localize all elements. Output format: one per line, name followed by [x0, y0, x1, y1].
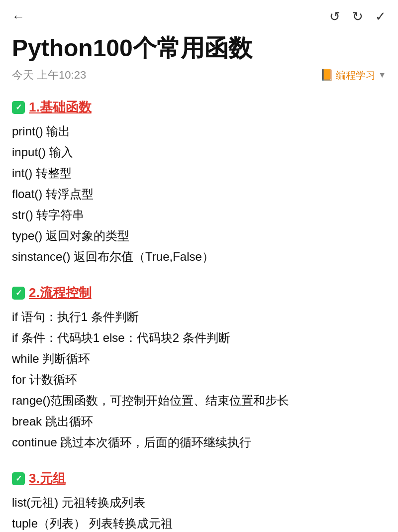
section-1-checkbox [12, 101, 25, 114]
redo-button[interactable]: ↻ [352, 9, 363, 24]
section-1-title: 1.基础函数 [29, 99, 92, 116]
section-2-checkbox [12, 287, 25, 300]
top-bar-left: ← [12, 9, 25, 24]
list-item: input() 输入 [12, 142, 386, 163]
tag-dropdown-icon: ▼ [378, 71, 386, 80]
list-item: sinstance() 返回布尔值（True,False） [12, 246, 386, 267]
list-item: range()范围函数，可控制开始位置、结束位置和步长 [12, 390, 386, 411]
list-item: tuple（列表） 列表转换成元祖 [12, 513, 386, 532]
list-item: print() 输出 [12, 121, 386, 142]
tag-book-icon: 📙 [320, 69, 333, 82]
section-3-heading: 3.元组 [12, 470, 386, 487]
title-area: Python100个常用函数 [0, 29, 398, 64]
meta-row: 今天 上午10:23 📙 编程学习 ▼ [0, 64, 398, 91]
section-2-heading: 2.流程控制 [12, 284, 386, 302]
section-2-title: 2.流程控制 [29, 284, 92, 302]
section-3-content: list(元祖) 元祖转换成列表 tuple（列表） 列表转换成元祖 [12, 492, 386, 532]
list-item: str() 转字符串 [12, 205, 386, 225]
list-item: float() 转浮点型 [12, 184, 386, 205]
back-button[interactable]: ← [12, 9, 25, 24]
list-item: break 跳出循环 [12, 411, 386, 432]
tag-label: 编程学习 [336, 69, 376, 82]
list-item: int() 转整型 [12, 163, 386, 184]
list-item: list(元祖) 元祖转换成列表 [12, 492, 386, 513]
list-item: while 判断循环 [12, 348, 386, 369]
page-title: Python100个常用函数 [12, 34, 386, 62]
undo-button[interactable]: ↺ [329, 9, 340, 24]
list-item: for 计数循环 [12, 369, 386, 390]
section-3-title: 3.元组 [29, 470, 66, 487]
top-bar-right: ↺ ↻ ✓ [329, 9, 386, 24]
list-item: if 条件：代码块1 else：代码块2 条件判断 [12, 327, 386, 348]
section-1-content: print() 输出 input() 输入 int() 转整型 float() … [12, 121, 386, 267]
list-item: if 语句：执行1 条件判断 [12, 307, 386, 327]
top-bar: ← ↺ ↻ ✓ [0, 0, 398, 29]
section-3-checkbox [12, 472, 25, 485]
confirm-button[interactable]: ✓ [375, 9, 386, 24]
section-1-heading: 1.基础函数 [12, 99, 386, 116]
timestamp: 今天 上午10:23 [12, 68, 86, 83]
list-item: continue 跳过本次循环，后面的循环继续执行 [12, 432, 386, 453]
list-item: type() 返回对象的类型 [12, 225, 386, 246]
section-2-content: if 语句：执行1 条件判断 if 条件：代码块1 else：代码块2 条件判断… [12, 307, 386, 453]
tag-button[interactable]: 📙 编程学习 ▼ [320, 69, 386, 82]
content-area: 1.基础函数 print() 输出 input() 输入 int() 转整型 f… [0, 91, 398, 532]
